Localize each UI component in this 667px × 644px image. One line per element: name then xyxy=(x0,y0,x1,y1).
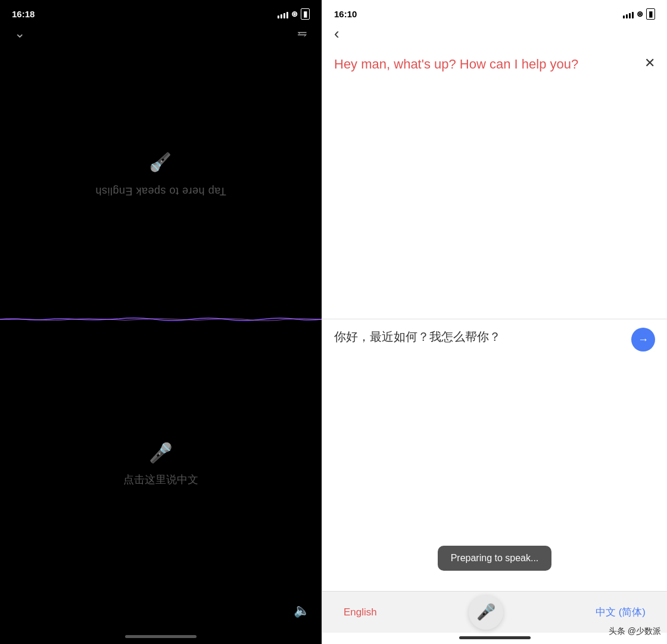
right-status-icons: ⊛ ▮ xyxy=(623,8,655,20)
mic-center-button[interactable]: 🎤 xyxy=(469,595,503,630)
english-message-area: Hey man, what's up? How can I help you? … xyxy=(322,47,667,319)
preparing-label: Preparing to speak... xyxy=(451,553,539,563)
english-input-section[interactable]: Tap here to speak English 🎤 xyxy=(95,47,226,301)
left-time: 16:18 xyxy=(12,9,35,19)
left-status-icons: ⊛ ▮ xyxy=(278,8,310,20)
mic-center-icon: 🎤 xyxy=(476,603,495,621)
watermark: 头条 @少数派 xyxy=(609,626,661,637)
right-panel: 16:10 ⊛ ▮ ‹ Hey man, what's up? How can … xyxy=(322,0,667,644)
waveform-svg xyxy=(0,301,322,337)
mic-bottom-icon[interactable]: 🎤 xyxy=(149,441,173,464)
signal-icon xyxy=(278,10,288,18)
waveform-icon[interactable]: ⥧ xyxy=(297,26,307,41)
english-message-text: Hey man, what's up? How can I help you? xyxy=(334,55,655,310)
close-button[interactable]: ✕ xyxy=(644,55,655,71)
send-button[interactable]: → xyxy=(631,328,655,351)
home-indicator-left xyxy=(125,635,197,638)
left-status-bar: 16:18 ⊛ ▮ xyxy=(0,0,322,20)
chinese-message-area: 你好，最近如何？我怎么帮你？ → Preparing to speak... xyxy=(322,319,667,591)
tap-chinese-label: 点击这里说中文 xyxy=(123,472,198,487)
english-lang-button[interactable]: English xyxy=(336,602,384,623)
wifi-icon: ⊛ xyxy=(291,10,298,18)
right-time: 16:10 xyxy=(334,9,357,19)
right-status-bar: 16:10 ⊛ ▮ xyxy=(322,0,667,20)
speaker-icon[interactable]: 🔈 xyxy=(294,603,310,618)
left-bottom-bar: 🔈 xyxy=(0,591,322,630)
tap-english-label: Tap here to speak English xyxy=(95,184,226,197)
preparing-toast: Preparing to speak... xyxy=(438,546,552,571)
right-wifi-icon: ⊛ xyxy=(637,10,643,18)
chinese-message-text: 你好，最近如何？我怎么帮你？ xyxy=(334,328,655,540)
chinese-lang-button[interactable]: 中文 (简体) xyxy=(588,601,653,624)
left-panel: 16:18 ⊛ ▮ ⌄ ⥧ Tap here to speak English … xyxy=(0,0,322,644)
right-battery-icon: ▮ xyxy=(646,8,655,20)
back-button[interactable]: ‹ xyxy=(334,26,339,41)
home-indicator-right xyxy=(459,636,531,639)
waveform-divider xyxy=(0,301,322,337)
left-controls: ⌄ ⥧ xyxy=(0,20,322,47)
battery-icon: ▮ xyxy=(301,8,310,20)
right-top-nav: ‹ xyxy=(322,20,667,47)
mic-top-icon[interactable]: 🎤 xyxy=(150,151,172,172)
send-arrow-icon: → xyxy=(638,334,649,346)
chinese-input-section[interactable]: 🎤 点击这里说中文 xyxy=(123,337,198,592)
right-signal-icon xyxy=(623,10,634,18)
chevron-down-icon[interactable]: ⌄ xyxy=(14,26,25,41)
